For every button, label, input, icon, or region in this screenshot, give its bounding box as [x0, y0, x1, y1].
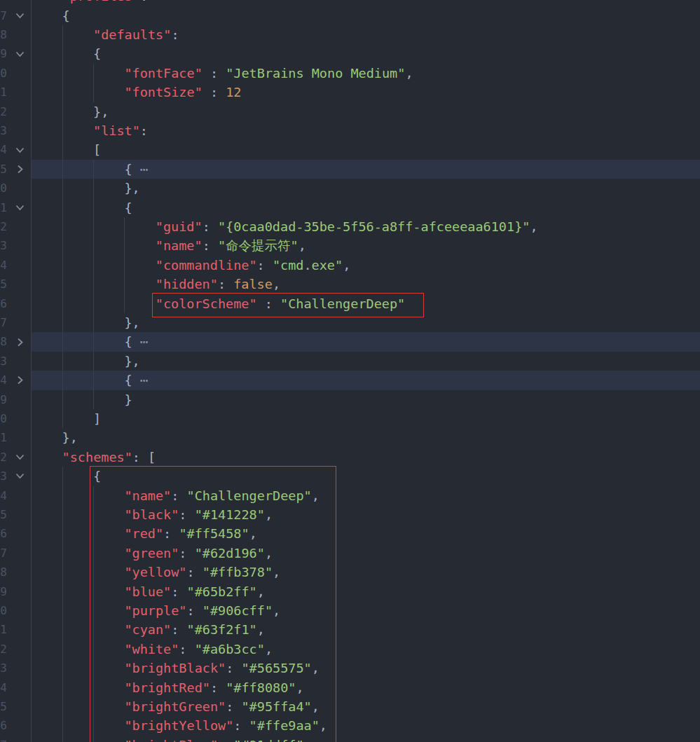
indent-guide [31, 6, 32, 25]
indent-guide [62, 294, 63, 313]
code-text: "hidden": false, [156, 275, 280, 294]
indent-guide [31, 179, 32, 198]
code-line: 11"fontSize" : 12 [0, 83, 700, 102]
line-number: 45 [0, 505, 7, 524]
indent-guide [31, 601, 32, 620]
line-number: 24 [0, 256, 7, 275]
indent-guide [62, 505, 63, 524]
line-number: 12 [0, 102, 7, 121]
line-number: 52 [0, 640, 7, 659]
code-line: 14[ [0, 140, 700, 159]
indent-guide [62, 236, 63, 255]
code-text: "fontSize" : 12 [124, 83, 241, 102]
fold-chevron-expanded-icon[interactable] [13, 448, 27, 467]
indent-guide [31, 409, 32, 428]
code-line: 9{ [0, 44, 700, 63]
fold-chevron-collapsed-icon[interactable] [13, 332, 27, 351]
line-number: 54 [0, 678, 7, 697]
indent-guide [93, 659, 94, 678]
indent-guide [93, 256, 94, 275]
indent-guide [62, 332, 63, 351]
fold-ellipsis[interactable]: ⋯ [132, 162, 148, 177]
indent-guide [62, 217, 63, 236]
indent-guide [31, 64, 32, 83]
code-text: }, [62, 428, 78, 447]
indent-guide [31, 659, 32, 678]
indent-guide [31, 544, 32, 563]
indent-guide [93, 275, 94, 294]
indent-guide [31, 44, 32, 63]
indent-guide [62, 83, 63, 102]
line-number: 42 [0, 448, 7, 467]
line-number: 53 [0, 659, 7, 678]
indent-guide [31, 217, 32, 236]
indent-guide [93, 582, 94, 601]
line-number: 55 [0, 697, 7, 716]
line-number: 56 [0, 716, 7, 735]
code-line: 39} [0, 390, 700, 409]
indent-guide [62, 179, 63, 198]
indent-guide [62, 544, 63, 563]
code-line: 23"name": "命令提示符", [0, 236, 700, 255]
indent-guide [93, 236, 94, 255]
code-text: "white": "#a6b3cc", [124, 640, 273, 659]
fold-chevron-collapsed-icon[interactable] [13, 160, 27, 179]
code-text: "purple": "#906cff", [124, 601, 280, 620]
code-line: 52"white": "#a6b3cc", [0, 640, 700, 659]
indent-guide [93, 83, 94, 102]
code-line: 7{ [0, 6, 700, 25]
fold-ellipsis[interactable]: ⋯ [132, 334, 148, 349]
indent-guide [62, 160, 63, 179]
fold-chevron-collapsed-icon[interactable] [13, 371, 27, 390]
indent-guide [62, 313, 63, 332]
fold-chevron-expanded-icon[interactable] [13, 467, 27, 486]
code-line: 25"hidden": false, [0, 275, 700, 294]
line-number: 43 [0, 467, 7, 486]
code-text: }, [124, 352, 139, 371]
code-text: [ [93, 140, 101, 159]
line-number: 15 [0, 160, 7, 179]
code-text: "brightRed": "#ff8080", [124, 678, 303, 697]
code-line: 50"purple": "#906cff", [0, 601, 700, 620]
indent-guide [93, 294, 94, 313]
line-number: 39 [0, 390, 7, 409]
code-line: 13"list": [0, 121, 700, 140]
code-text: }, [124, 179, 139, 198]
code-line: 20}, [0, 179, 700, 198]
indent-guide [31, 486, 32, 505]
line-number: 44 [0, 486, 7, 505]
fold-chevron-expanded-icon[interactable] [13, 44, 27, 63]
indent-guide [93, 332, 94, 351]
indent-guide [31, 294, 32, 313]
line-number: 34 [0, 371, 7, 390]
code-text: "name": "ChallengerDeep", [124, 486, 319, 505]
indent-guide [124, 236, 125, 255]
code-line: 51"cyan": "#63f2f1", [0, 620, 700, 639]
fold-chevron-expanded-icon[interactable] [13, 140, 27, 159]
line-number: 10 [0, 64, 7, 83]
indent-guide [93, 64, 94, 83]
indent-guide [62, 486, 63, 505]
json-settings-editor[interactable]: 6"profiles":7{8"defaults":9{10"fontFace"… [0, 0, 700, 742]
indent-guide [62, 25, 63, 44]
indent-guide [62, 601, 63, 620]
fold-chevron-expanded-icon[interactable] [13, 198, 27, 217]
indent-guide [31, 332, 32, 351]
code-text: { ⋯ [124, 371, 147, 390]
code-line: 6"profiles": [0, 0, 700, 6]
fold-ellipsis[interactable]: ⋯ [132, 373, 148, 387]
indent-guide [31, 505, 32, 524]
code-line: 10"fontFace" : "JetBrains Mono Medium", [0, 64, 700, 83]
indent-guide [31, 256, 32, 275]
line-number: 25 [0, 275, 7, 294]
indent-guide [62, 640, 63, 659]
code-line: 57"brightBlue": "#91ddff", [0, 736, 700, 742]
indent-guide [62, 524, 63, 543]
indent-guide [62, 697, 63, 716]
indent-guide [93, 352, 94, 371]
fold-chevron-expanded-icon[interactable] [13, 6, 27, 25]
code-text: "red": "#ff5458", [124, 524, 256, 543]
line-number: 21 [0, 198, 7, 217]
line-number: 50 [0, 601, 7, 620]
indent-guide [31, 448, 32, 467]
